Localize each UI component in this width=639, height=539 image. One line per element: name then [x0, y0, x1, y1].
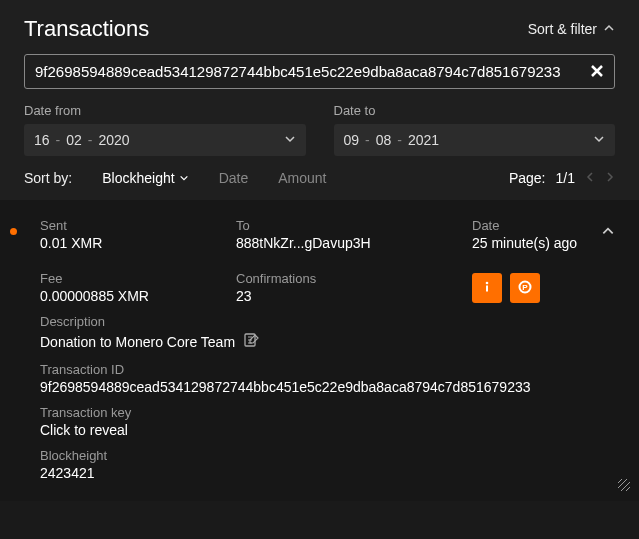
fee-label: Fee — [40, 271, 220, 286]
date-from-select[interactable]: 16 - 02 - 2020 — [24, 124, 306, 156]
date-value: 25 minute(s) ago — [472, 235, 615, 251]
edit-icon[interactable] — [243, 331, 261, 352]
to-label: To — [236, 218, 456, 233]
svg-rect-1 — [486, 285, 488, 291]
sortby-label: Sort by: — [24, 170, 72, 186]
date-to-year: 2021 — [408, 132, 439, 148]
transaction-item: Sent 0.01 XMR To 888tNkZr...gDavup3H Dat… — [0, 200, 639, 501]
date-to-select[interactable]: 09 - 08 - 2021 — [334, 124, 616, 156]
description-value: Donation to Monero Core Team — [40, 334, 235, 350]
svg-point-0 — [486, 281, 489, 284]
search-input[interactable] — [35, 63, 578, 80]
sort-amount[interactable]: Amount — [278, 170, 326, 186]
txid-value[interactable]: 9f2698594889cead534129872744bbc451e5c22e… — [40, 379, 615, 395]
date-to-label: Date to — [334, 103, 616, 118]
sent-value: 0.01 XMR — [40, 235, 220, 251]
chevron-down-icon — [593, 132, 605, 148]
sort-filter-label: Sort & filter — [528, 21, 597, 37]
txkey-value[interactable]: Click to reveal — [40, 422, 615, 438]
clear-icon[interactable] — [590, 64, 606, 80]
blockheight-value: 2423421 — [40, 465, 615, 481]
date-from-label: Date from — [24, 103, 306, 118]
confirmations-label: Confirmations — [236, 271, 456, 286]
svg-text:P: P — [522, 283, 528, 292]
sort-blockheight[interactable]: Blockheight — [102, 170, 188, 186]
txkey-label: Transaction key — [40, 405, 615, 420]
status-dot-icon — [10, 228, 17, 235]
search-field-wrap — [24, 54, 615, 89]
sort-filter-toggle[interactable]: Sort & filter — [528, 21, 615, 37]
txid-label: Transaction ID — [40, 362, 615, 377]
proof-button[interactable]: P — [510, 273, 540, 303]
sort-date[interactable]: Date — [219, 170, 249, 186]
fee-value: 0.00000885 XMR — [40, 288, 220, 304]
page-label: Page: — [509, 170, 546, 186]
page-title: Transactions — [24, 16, 149, 42]
page-next-icon[interactable] — [605, 170, 615, 186]
confirmations-value: 23 — [236, 288, 456, 304]
chevron-down-icon — [284, 132, 296, 148]
description-label: Description — [40, 314, 615, 329]
page-indicator: 1/1 — [556, 170, 575, 186]
date-from-year: 2020 — [99, 132, 130, 148]
proof-icon: P — [518, 280, 532, 297]
sent-label: Sent — [40, 218, 220, 233]
date-to-day: 09 — [344, 132, 360, 148]
blockheight-label: Blockheight — [40, 448, 615, 463]
page-prev-icon[interactable] — [585, 170, 595, 186]
info-icon — [480, 280, 494, 297]
chevron-up-icon — [603, 21, 615, 37]
date-from-month: 02 — [66, 132, 82, 148]
date-from-day: 16 — [34, 132, 50, 148]
resize-handle-icon[interactable] — [617, 478, 631, 495]
collapse-icon[interactable] — [601, 224, 615, 241]
info-button[interactable] — [472, 273, 502, 303]
to-value: 888tNkZr...gDavup3H — [236, 235, 456, 251]
date-label: Date — [472, 218, 615, 233]
date-to-month: 08 — [376, 132, 392, 148]
